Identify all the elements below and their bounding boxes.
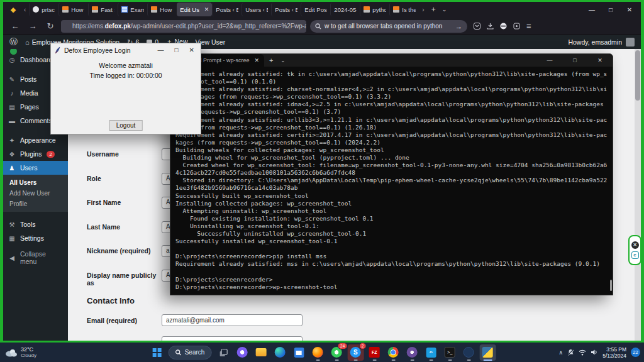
sidebar-item-plugins[interactable]: ❖ Plugins 2 <box>3 147 68 161</box>
search-bar[interactable]: w to get all browser tabs opened in pyth… <box>310 20 467 33</box>
terminal-content[interactable]: Requirement already satisfied: tk in c:\… <box>170 67 613 296</box>
binance-icon[interactable]: ◆ <box>6 3 20 16</box>
tab-fast-s[interactable]: Fast s <box>88 3 118 16</box>
terminal-line: Found existing installation: wp_screensh… <box>175 215 608 222</box>
python-app-icon[interactable] <box>479 344 496 361</box>
back-button[interactable]: ← <box>8 21 22 31</box>
dialog-title-bar[interactable]: Defox Employee Login — □ ✕ <box>51 43 201 57</box>
terminal-dropdown-icon[interactable]: ⌄ <box>279 58 288 63</box>
submenu-profile[interactable]: Profile <box>3 199 68 209</box>
terminal-close-button[interactable]: ✕ <box>587 54 613 67</box>
avatar[interactable] <box>626 38 635 47</box>
feather-icon <box>55 47 60 54</box>
adblock-icon[interactable] <box>500 23 507 30</box>
url-bar[interactable]: https://ems.defox.pk/wp-admin/user-edit.… <box>61 20 306 33</box>
submenu-all-users[interactable]: All Users <box>3 177 68 188</box>
page-scrollbar[interactable] <box>635 49 641 341</box>
notification-badge: 24 <box>338 343 347 349</box>
sidebar-item-appearance[interactable]: ✦ Appearance <box>3 133 68 147</box>
tab-close-icon[interactable]: ✕ <box>204 6 209 13</box>
clock[interactable]: 3:55 PM 5/12/2024 <box>602 346 626 359</box>
tab-title: pytho <box>372 6 386 13</box>
tab-users-ems[interactable]: Users ‹ Em <box>242 3 271 16</box>
tab-edit-user[interactable]: Edit Us ✕ <box>177 3 212 16</box>
volume-icon[interactable] <box>591 349 598 356</box>
close-button[interactable]: ✕ <box>621 3 638 16</box>
taskbar-search[interactable]: Search <box>169 346 212 359</box>
tab-exam[interactable]: Exam <box>118 3 147 16</box>
terminal-minimize-button[interactable]: — <box>537 54 562 67</box>
notification-count-badge[interactable]: 22 <box>631 348 640 357</box>
tab-posts-ems-2[interactable]: Posts ‹ Em <box>271 3 301 16</box>
terminal-icon[interactable]: >_ <box>441 344 458 361</box>
sidebar-item-users[interactable]: ♟ Users <box>3 161 68 175</box>
weather-widget[interactable]: 32°C Cloudy <box>5 343 36 362</box>
submenu-add-new-user[interactable]: Add New User <box>3 188 68 199</box>
terminal-maximize-button[interactable]: □ <box>562 54 587 67</box>
search-go-icon[interactable]: → <box>455 23 462 30</box>
dialog-minimize-button[interactable]: — <box>158 47 164 53</box>
tab-edit-post[interactable]: Edit Post <box>301 3 330 16</box>
clipchamp-icon[interactable] <box>234 344 250 361</box>
email-field[interactable] <box>162 314 303 326</box>
taskview-icon[interactable] <box>215 344 231 361</box>
terminal-line: (from requests->wp_screenshot_tool==0.1)… <box>175 108 608 116</box>
website-field[interactable] <box>162 336 303 341</box>
wordpress-logo-icon[interactable]: Ⓦ <box>9 36 18 48</box>
reload-button[interactable]: ↻ <box>43 21 57 31</box>
users-submenu: All UsersAdd New UserProfile <box>3 175 68 212</box>
pocket-icon[interactable] <box>474 23 480 30</box>
tab-posts-ems[interactable]: Posts ‹ Em <box>212 3 242 16</box>
download-icon[interactable] <box>487 23 494 30</box>
extension-icon[interactable] <box>513 23 520 30</box>
vscode-icon[interactable]: ‹› <box>423 344 439 361</box>
terminal-tab-close-icon[interactable]: ✕ <box>255 57 260 63</box>
logout-button[interactable]: Logout <box>109 120 143 131</box>
tab-how-c[interactable]: How c <box>147 3 177 16</box>
chrome-icon[interactable] <box>385 344 401 361</box>
notification-bell-icon[interactable] <box>567 349 574 356</box>
tab-is-the[interactable]: Is the <box>389 3 419 16</box>
tab-how-t[interactable]: How t <box>58 3 88 16</box>
terminal-scrollbar-thumb[interactable] <box>610 280 612 291</box>
terminal-title-bar[interactable]: Command Prompt - wp-scree ✕ + ⌄ — □ ✕ <box>170 54 613 67</box>
defox-login-dialog: Defox Employee Login — □ ✕ Welcome azmat… <box>50 43 201 134</box>
capture-close-icon[interactable]: ✕ <box>631 241 639 249</box>
tab-python[interactable]: pytho <box>360 3 389 16</box>
cloud-icon <box>5 348 18 357</box>
dbeaver-icon[interactable] <box>460 344 477 361</box>
new-tab-button[interactable]: + <box>428 5 440 14</box>
gitkraken-icon[interactable] <box>404 344 420 361</box>
filezilla-icon[interactable]: FZ <box>366 344 382 361</box>
sidebar-item-settings[interactable]: ▦ Settings <box>3 231 68 245</box>
tab-scroll-left-icon[interactable]: ‹ <box>21 6 29 13</box>
skype-icon[interactable]: S 2 <box>347 344 364 361</box>
edge-icon[interactable] <box>272 344 288 361</box>
scrollbar-thumb[interactable] <box>635 50 640 101</box>
tab-scroll-right-icon[interactable]: › <box>419 6 427 13</box>
tab-title: Exam <box>130 6 144 13</box>
terminal-new-tab-button[interactable]: + <box>264 57 278 64</box>
tab-2024-05[interactable]: 2024-05-1 <box>330 3 360 16</box>
dialog-close-button[interactable]: ✕ <box>189 47 194 53</box>
tab-prtsc[interactable]: prtsc <box>29 3 58 16</box>
forward-button[interactable]: → <box>26 21 40 31</box>
maximize-button[interactable]: □ <box>602 3 619 16</box>
capture-logo-icon[interactable]: e <box>631 251 639 259</box>
howdy-text[interactable]: Howdy, emsadmin <box>568 38 622 46</box>
tab-list-dropdown-icon[interactable]: ⌄ <box>440 6 450 13</box>
menu-icon[interactable]: ≡ <box>526 21 531 31</box>
tab-title: Posts ‹ Em <box>216 6 238 13</box>
menu-item-icon: ❖ <box>8 151 16 158</box>
store-icon[interactable] <box>291 344 307 361</box>
whatsapp-icon[interactable]: 24 <box>328 344 345 361</box>
start-button[interactable] <box>148 344 165 361</box>
wifi-icon[interactable] <box>579 349 586 356</box>
sidebar-item-tools[interactable]: ⚒ Tools <box>3 217 68 231</box>
file-explorer-icon[interactable] <box>253 344 269 361</box>
minimize-button[interactable]: — <box>583 3 601 16</box>
sidebar-item-collapse[interactable]: ◀ Collapse menu <box>3 251 68 265</box>
firefox-icon[interactable] <box>309 344 326 361</box>
dialog-maximize-button[interactable]: □ <box>175 47 179 53</box>
tray-chevron-icon[interactable]: ∧ <box>559 349 564 356</box>
